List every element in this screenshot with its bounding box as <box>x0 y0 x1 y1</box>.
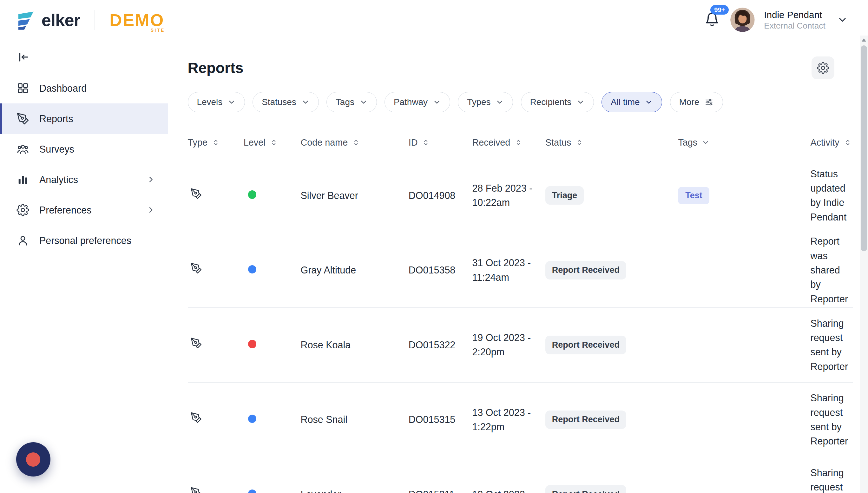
report-type-icon <box>190 188 202 199</box>
status-badge: Report Received <box>545 410 626 429</box>
report-row-DO015322[interactable]: Rose KoalaDO01532219 Oct 2023 - 2:20pmRe… <box>188 308 853 383</box>
table-body: Silver BeaverDO01490828 Feb 2023 - 10:22… <box>188 158 853 493</box>
filter-pathway[interactable]: Pathway <box>385 92 450 113</box>
report-code-name[interactable]: Rose Koala <box>300 338 408 352</box>
vertical-scrollbar[interactable] <box>860 36 868 493</box>
chevron-down-icon <box>360 98 368 106</box>
user-menu[interactable]: Indie Pendant External Contact <box>764 9 825 31</box>
filter-label: Recipients <box>530 97 571 107</box>
report-tags-cell: Test <box>678 187 810 204</box>
report-level-cell <box>244 263 301 277</box>
sort-icon <box>352 138 360 146</box>
filter-statuses[interactable]: Statuses <box>253 92 319 113</box>
report-settings-button[interactable] <box>811 57 834 79</box>
sidebar-item-analytics[interactable]: Analytics <box>0 164 168 195</box>
status-badge: Report Received <box>545 261 626 279</box>
report-row-DO014908[interactable]: Silver BeaverDO01490828 Feb 2023 - 10:22… <box>188 158 853 233</box>
notifications-button[interactable]: 99+ <box>704 12 721 28</box>
report-activity: Sharing request sent by Reporter <box>810 316 853 374</box>
sidebar-item-dashboard[interactable]: Dashboard <box>0 73 168 103</box>
sidebar-item-surveys[interactable]: Surveys <box>0 134 168 164</box>
filter-all-time[interactable]: All time <box>602 92 662 113</box>
column-header-status[interactable]: Status <box>545 137 678 148</box>
elker-logo-icon <box>16 10 36 30</box>
report-type-icon <box>190 412 202 424</box>
level-dot <box>248 340 256 348</box>
chat-launcher-button[interactable] <box>16 442 50 476</box>
scrollbar-up-arrow[interactable] <box>860 36 868 44</box>
user-role: External Contact <box>764 21 825 31</box>
pen-icon <box>190 487 202 493</box>
page-title: Reports <box>188 59 244 77</box>
gear-icon <box>17 204 29 216</box>
chevron-down-icon <box>433 98 441 106</box>
sort-icon <box>576 138 583 146</box>
report-id: DO015315 <box>409 412 472 427</box>
report-type-cell <box>188 412 244 427</box>
report-status-cell: Triage <box>545 186 678 205</box>
avatar-image <box>730 7 755 32</box>
top-bar: elker DEMO SITE 99+ <box>0 0 868 40</box>
column-label: Level <box>244 137 265 148</box>
demo-label: DEMO <box>109 10 164 29</box>
column-header-id[interactable]: ID <box>409 137 472 148</box>
filter-types[interactable]: Types <box>458 92 513 113</box>
main-content: Reports LevelsStatusesTagsPathwayTypesRe… <box>168 40 860 493</box>
sidebar-item-label: Preferences <box>39 205 92 216</box>
column-header-level[interactable]: Level <box>244 137 301 148</box>
sidebar-item-preferences[interactable]: Preferences <box>0 195 168 225</box>
report-status-cell: Report Received <box>545 336 678 354</box>
chevron-right-icon <box>146 175 156 184</box>
grid-icon <box>17 82 29 94</box>
column-header-activity[interactable]: Activity <box>810 137 853 148</box>
report-row-DO015311[interactable]: LavenderDO01531112 Oct 2023Report Receiv… <box>188 457 853 493</box>
filter-more[interactable]: More <box>670 92 723 113</box>
report-level-cell <box>244 412 301 427</box>
column-label: Received <box>472 137 510 148</box>
report-code-name[interactable]: Gray Altitude <box>300 263 408 277</box>
column-header-code-name[interactable]: Code name <box>300 137 408 148</box>
chevron-down-icon <box>301 98 310 106</box>
elker-logo[interactable]: elker <box>16 10 80 30</box>
column-header-tags[interactable]: Tags <box>678 137 810 148</box>
avatar[interactable] <box>730 7 755 32</box>
user-menu-chevron-icon[interactable] <box>837 14 848 25</box>
report-level-cell <box>244 487 301 493</box>
report-code-name[interactable]: Silver Beaver <box>300 189 408 203</box>
column-header-type[interactable]: Type <box>188 137 244 148</box>
report-code-name[interactable]: Rose Snail <box>300 412 408 427</box>
column-header-received[interactable]: Received <box>472 137 545 148</box>
report-row-DO015358[interactable]: Gray AltitudeDO01535831 Oct 2023 - 11:24… <box>188 233 853 308</box>
report-level-cell <box>244 338 301 352</box>
report-level-cell <box>244 189 301 203</box>
report-id: DO015322 <box>409 338 472 352</box>
filter-levels[interactable]: Levels <box>188 92 245 113</box>
status-badge: Report Received <box>545 485 626 493</box>
filter-label: More <box>679 97 699 107</box>
report-row-DO015315[interactable]: Rose SnailDO01531513 Oct 2023 - 1:22pmRe… <box>188 383 853 457</box>
sort-icon <box>270 138 278 146</box>
sidebar-collapse-button[interactable] <box>17 50 31 64</box>
sidebar-item-personal-preferences[interactable]: Personal preferences <box>0 225 168 256</box>
report-type-cell <box>188 188 244 203</box>
chevron-down-icon <box>577 98 585 106</box>
demo-badge: DEMO SITE <box>109 10 164 30</box>
level-dot <box>248 415 256 423</box>
brand-divider <box>94 10 95 30</box>
sidebar-item-reports[interactable]: Reports <box>0 103 168 134</box>
report-type-cell <box>188 337 244 353</box>
filter-tags[interactable]: Tags <box>326 92 377 113</box>
filter-recipients[interactable]: Recipients <box>521 92 594 113</box>
level-dot <box>248 490 256 493</box>
pen-icon <box>190 412 202 424</box>
scrollbar-thumb[interactable] <box>861 45 867 251</box>
report-type-cell <box>188 487 244 493</box>
status-badge: Triage <box>545 186 584 205</box>
filter-label: Types <box>467 97 491 107</box>
table-header: TypeLevelCode nameIDReceivedStatusTagsAc… <box>188 127 853 158</box>
report-type-icon <box>190 487 202 493</box>
column-label: ID <box>409 137 418 148</box>
sidebar: Dashboard Reports Surveys Analytics <box>0 40 168 493</box>
tag-badge[interactable]: Test <box>678 187 709 204</box>
report-code-name[interactable]: Lavender <box>300 487 408 493</box>
